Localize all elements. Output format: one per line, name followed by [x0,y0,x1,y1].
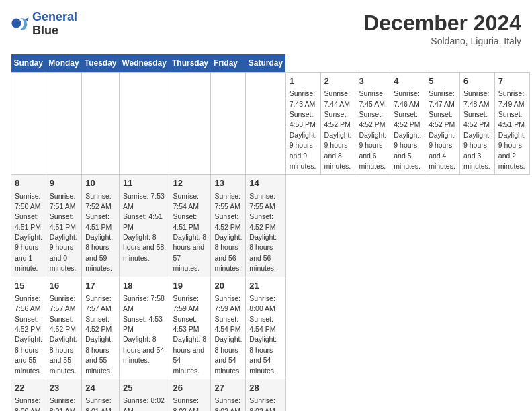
day-info: Sunrise: 7:57 AMSunset: 4:52 PMDaylight:… [85,294,113,375]
day-cell-24: 24 Sunrise: 8:01 AMSunset: 4:56 PMDaylig… [82,379,120,411]
day-cell-23: 23 Sunrise: 8:01 AMSunset: 4:55 PMDaylig… [46,379,81,411]
day-cell-25: 25 Sunrise: 8:02 AMSunset: 4:56 PMDaylig… [120,379,169,411]
logo: General Blue [11,11,77,38]
day-cell-6: 6 Sunrise: 7:48 AMSunset: 4:52 PMDayligh… [460,73,495,175]
day-info: Sunrise: 7:46 AMSunset: 4:52 PMDaylight:… [394,89,421,170]
day-info: Sunrise: 7:55 AMSunset: 4:52 PMDaylight:… [249,192,277,273]
day-info: Sunrise: 7:56 AMSunset: 4:52 PMDaylight:… [15,294,42,375]
logo-line1: General [32,10,77,24]
col-header-tuesday: Tuesday [82,54,120,73]
svg-point-0 [11,18,21,28]
day-number: 21 [249,280,281,292]
empty-cell [11,73,46,175]
day-info: Sunrise: 8:02 AMSunset: 4:57 PMDaylight:… [173,396,206,411]
day-info: Sunrise: 7:44 AMSunset: 4:52 PMDaylight:… [324,89,352,170]
day-cell-17: 17 Sunrise: 7:57 AMSunset: 4:52 PMDaylig… [82,277,120,379]
day-number: 17 [85,280,116,292]
day-number: 14 [249,177,281,189]
day-info: Sunrise: 7:54 AMSunset: 4:51 PMDaylight:… [173,192,206,273]
empty-cell [82,73,120,175]
day-cell-13: 13 Sunrise: 7:55 AMSunset: 4:52 PMDaylig… [211,175,246,277]
day-cell-19: 19 Sunrise: 7:59 AMSunset: 4:53 PMDaylig… [169,277,211,379]
day-number: 5 [429,75,456,87]
day-info: Sunrise: 8:02 AMSunset: 4:58 PMDaylight:… [249,396,277,411]
day-number: 27 [214,382,242,394]
day-cell-21: 21 Sunrise: 8:00 AMSunset: 4:54 PMDaylig… [246,277,285,379]
location: Soldano, Liguria, Italy [363,36,521,46]
empty-cell [246,73,285,175]
day-cell-5: 5 Sunrise: 7:47 AMSunset: 4:52 PMDayligh… [425,73,460,175]
day-cell-22: 22 Sunrise: 8:00 AMSunset: 4:55 PMDaylig… [11,379,46,411]
day-cell-12: 12 Sunrise: 7:54 AMSunset: 4:51 PMDaylig… [169,175,211,277]
day-info: Sunrise: 7:50 AMSunset: 4:51 PMDaylight:… [15,192,42,273]
col-header-thursday: Thursday [169,54,211,73]
day-info: Sunrise: 8:02 AMSunset: 4:58 PMDaylight:… [214,396,242,411]
day-cell-18: 18 Sunrise: 7:58 AMSunset: 4:53 PMDaylig… [120,277,169,379]
day-number: 16 [50,280,78,292]
day-number: 12 [173,177,207,189]
empty-cell [169,73,211,175]
day-number: 10 [85,177,116,189]
calendar-table: SundayMondayTuesdayWednesdayThursdayFrid… [11,54,530,411]
day-cell-28: 28 Sunrise: 8:02 AMSunset: 4:58 PMDaylig… [246,379,285,411]
day-cell-8: 8 Sunrise: 7:50 AMSunset: 4:51 PMDayligh… [11,175,46,277]
empty-cell [211,73,246,175]
header-row: SundayMondayTuesdayWednesdayThursdayFrid… [11,54,530,73]
day-info: Sunrise: 7:43 AMSunset: 4:53 PMDaylight:… [290,89,317,170]
day-cell-20: 20 Sunrise: 7:59 AMSunset: 4:54 PMDaylig… [211,277,246,379]
day-number: 22 [15,382,42,394]
day-cell-27: 27 Sunrise: 8:02 AMSunset: 4:58 PMDaylig… [211,379,246,411]
day-info: Sunrise: 7:49 AMSunset: 4:51 PMDaylight:… [498,89,526,170]
day-info: Sunrise: 7:58 AMSunset: 4:53 PMDaylight:… [123,294,165,364]
day-info: Sunrise: 8:01 AMSunset: 4:56 PMDaylight:… [85,396,113,411]
col-header-friday: Friday [211,54,246,73]
week-row-3: 15 Sunrise: 7:56 AMSunset: 4:52 PMDaylig… [11,277,530,379]
logo-icon [11,15,30,34]
day-cell-14: 14 Sunrise: 7:55 AMSunset: 4:52 PMDaylig… [246,175,285,277]
day-cell-2: 2 Sunrise: 7:44 AMSunset: 4:52 PMDayligh… [320,73,355,175]
day-info: Sunrise: 8:01 AMSunset: 4:55 PMDaylight:… [50,396,77,411]
day-number: 15 [15,280,42,292]
day-cell-4: 4 Sunrise: 7:46 AMSunset: 4:52 PMDayligh… [390,73,425,175]
day-number: 2 [324,75,352,87]
day-number: 4 [394,75,421,87]
day-cell-15: 15 Sunrise: 7:56 AMSunset: 4:52 PMDaylig… [11,277,46,379]
day-cell-3: 3 Sunrise: 7:45 AMSunset: 4:52 PMDayligh… [355,73,390,175]
empty-cell [120,73,169,175]
day-number: 18 [123,280,165,292]
day-info: Sunrise: 7:52 AMSunset: 4:51 PMDaylight:… [85,192,113,273]
day-number: 28 [249,382,281,394]
day-info: Sunrise: 7:45 AMSunset: 4:52 PMDaylight:… [359,89,386,170]
week-row-4: 22 Sunrise: 8:00 AMSunset: 4:55 PMDaylig… [11,379,530,411]
day-number: 9 [50,177,78,189]
day-info: Sunrise: 7:53 AMSunset: 4:51 PMDaylight:… [123,192,165,262]
day-number: 24 [85,382,116,394]
col-header-saturday: Saturday [246,54,285,73]
day-number: 19 [173,280,207,292]
day-info: Sunrise: 7:48 AMSunset: 4:52 PMDaylight:… [463,89,491,170]
week-row-2: 8 Sunrise: 7:50 AMSunset: 4:51 PMDayligh… [11,175,530,277]
day-cell-10: 10 Sunrise: 7:52 AMSunset: 4:51 PMDaylig… [82,175,120,277]
day-cell-7: 7 Sunrise: 7:49 AMSunset: 4:51 PMDayligh… [494,73,529,175]
col-header-sunday: Sunday [11,54,46,73]
day-info: Sunrise: 7:57 AMSunset: 4:52 PMDaylight:… [50,294,77,375]
day-number: 13 [214,177,242,189]
day-info: Sunrise: 8:00 AMSunset: 4:55 PMDaylight:… [15,396,42,411]
day-number: 7 [498,75,526,87]
day-info: Sunrise: 8:02 AMSunset: 4:56 PMDaylight:… [123,396,165,411]
day-cell-11: 11 Sunrise: 7:53 AMSunset: 4:51 PMDaylig… [120,175,169,277]
day-number: 11 [123,177,165,189]
col-header-monday: Monday [46,54,81,73]
day-cell-1: 1 Sunrise: 7:43 AMSunset: 4:53 PMDayligh… [285,73,320,175]
day-info: Sunrise: 8:00 AMSunset: 4:54 PMDaylight:… [249,294,277,375]
logo-text: General Blue [32,11,77,38]
day-info: Sunrise: 7:51 AMSunset: 4:51 PMDaylight:… [50,192,77,273]
day-number: 26 [173,382,207,394]
col-header-wednesday: Wednesday [120,54,169,73]
page-header: General Blue December 2024 Soldano, Ligu… [11,11,521,46]
day-number: 20 [214,280,242,292]
day-number: 3 [359,75,386,87]
day-info: Sunrise: 7:47 AMSunset: 4:52 PMDaylight:… [429,89,456,170]
day-info: Sunrise: 7:55 AMSunset: 4:52 PMDaylight:… [214,192,242,273]
logo-line2: Blue [32,24,77,38]
